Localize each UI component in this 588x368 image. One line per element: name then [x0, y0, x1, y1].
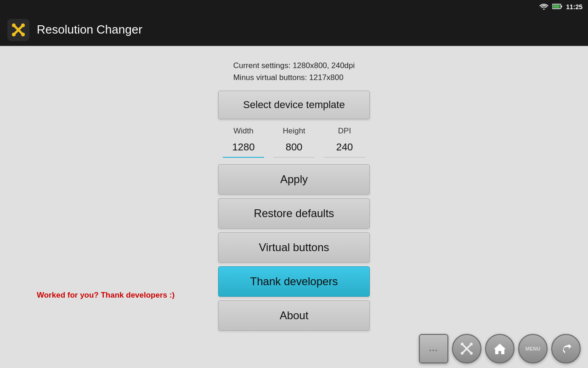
svg-point-7	[21, 23, 25, 27]
battery-icon	[552, 3, 562, 11]
about-button[interactable]: About	[218, 300, 370, 331]
recent-apps-button[interactable]: ...	[419, 334, 448, 363]
dots-icon: ...	[429, 345, 438, 353]
width-col: Width	[218, 126, 269, 158]
height-input[interactable]	[273, 138, 315, 158]
home-button[interactable]	[485, 334, 514, 363]
thank-developers-button[interactable]: Thank developers	[218, 266, 370, 297]
thank-label: Worked for you? Thank developers :)	[37, 291, 175, 300]
app-icon	[7, 19, 29, 41]
height-col: Height	[269, 126, 319, 158]
svg-point-15	[470, 352, 473, 355]
menu-label: MENU	[526, 346, 540, 351]
center-panel: Select device template Width Height DPI …	[218, 91, 370, 334]
app-title: Resolution Changer	[37, 23, 142, 37]
status-bar: 11:25	[0, 0, 588, 14]
svg-point-6	[12, 23, 16, 27]
current-settings: Current settings: 1280x800, 240dpi	[233, 60, 355, 72]
back-icon	[560, 342, 572, 355]
dpi-col: DPI	[319, 126, 370, 158]
apply-button[interactable]: Apply	[218, 164, 370, 195]
info-text: Current settings: 1280x800, 240dpi Minus…	[233, 60, 355, 83]
svg-point-8	[12, 33, 16, 36]
restore-defaults-button[interactable]: Restore defaults	[218, 198, 370, 229]
width-label: Width	[233, 126, 253, 136]
minus-virtual: Minus virtual buttons: 1217x800	[233, 72, 355, 84]
width-input[interactable]	[223, 138, 264, 158]
svg-point-9	[21, 33, 25, 36]
status-time: 11:25	[566, 3, 582, 11]
home-icon	[493, 342, 507, 356]
back-button[interactable]	[551, 334, 581, 363]
nav-bar: ... MENU	[412, 329, 588, 368]
svg-point-14	[461, 352, 464, 355]
height-label: Height	[283, 126, 305, 136]
cross-button[interactable]	[452, 334, 481, 363]
svg-point-13	[470, 343, 473, 345]
dpi-label: DPI	[338, 126, 351, 136]
main-content: Current settings: 1280x800, 240dpi Minus…	[0, 46, 588, 368]
wifi-icon	[539, 3, 548, 11]
app-bar: Resolution Changer	[0, 14, 588, 46]
dpi-input[interactable]	[324, 138, 365, 158]
svg-point-0	[543, 8, 545, 10]
cross-icon	[460, 342, 474, 356]
svg-rect-3	[553, 5, 560, 8]
svg-point-12	[461, 343, 464, 345]
menu-button[interactable]: MENU	[518, 334, 548, 363]
select-device-template-button[interactable]: Select device template	[218, 91, 370, 119]
svg-rect-2	[561, 6, 562, 7]
dimension-input-row: Width Height DPI	[218, 126, 370, 158]
virtual-buttons-button[interactable]: Virtual buttons	[218, 232, 370, 263]
